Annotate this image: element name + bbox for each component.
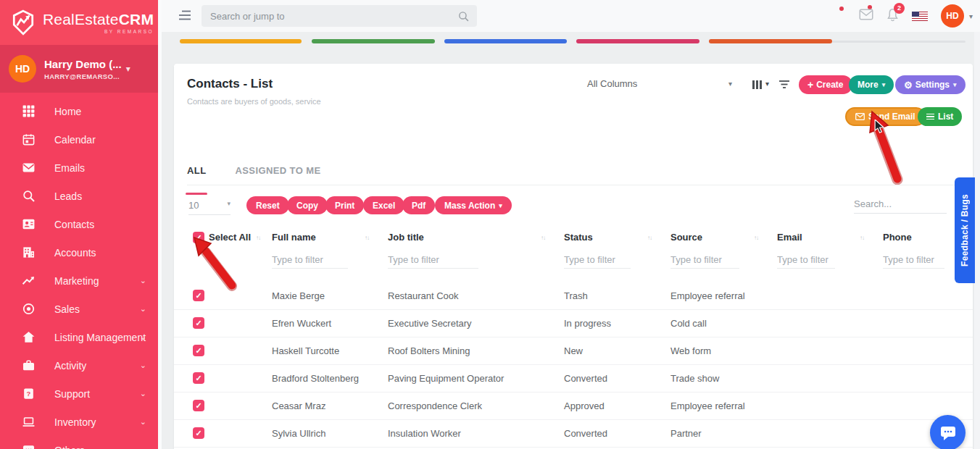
page-scrollbar[interactable] <box>974 32 980 449</box>
select-all-checkbox[interactable]: ✓ <box>193 232 204 243</box>
filter-icon[interactable] <box>778 80 790 89</box>
filter-job-title[interactable] <box>388 253 478 269</box>
tab-all[interactable]: ALL <box>187 165 206 185</box>
row-checkbox[interactable]: ✓ <box>193 290 204 301</box>
sort-icon[interactable]: ↑↓ <box>256 235 260 241</box>
settings-button[interactable]: ⚙Settings▾ <box>895 75 966 94</box>
feedback-tab-label: Feedback / Bugs <box>960 194 970 267</box>
stat-card-strip-green <box>312 39 435 43</box>
filter-phone[interactable] <box>883 253 944 269</box>
chat-icon <box>22 443 36 449</box>
chevron-down-icon[interactable]: ▾ <box>969 12 973 20</box>
global-search-input[interactable] <box>202 11 457 22</box>
sidebar-item-support[interactable]: ? Support ⌄ <box>0 379 158 408</box>
column-phone[interactable]: Phone <box>883 232 912 243</box>
row-checkbox[interactable]: ✓ <box>193 345 204 356</box>
more-button[interactable]: More▾ <box>849 75 894 94</box>
chevron-down-icon: ⌄ <box>140 445 146 449</box>
notification-dot <box>839 7 844 11</box>
table-search-input[interactable] <box>854 197 947 214</box>
search-icon <box>22 189 36 203</box>
sidebar-item-label: Calendar <box>54 134 96 146</box>
list-view-button[interactable]: List <box>918 107 962 126</box>
sidebar-item-emails[interactable]: Emails <box>0 154 158 182</box>
sidebar-item-contacts[interactable]: Contacts <box>0 210 158 238</box>
page-size-select[interactable]: 10 ▾ <box>188 200 231 215</box>
table-row[interactable]: ✓ Haskell Turcotte Roof Bolters Mining N… <box>174 337 973 365</box>
cell-job-title: Restaurant Cook <box>388 290 459 301</box>
sidebar-item-listing-management[interactable]: Listing Management ⌄ <box>0 323 158 351</box>
columns-select[interactable]: All Columns ▾ <box>587 78 732 89</box>
cell-source: Web form <box>670 345 711 356</box>
brand-shield-icon <box>10 9 36 35</box>
table-row[interactable]: ✓ Maxie Berge Restaurant Cook Trash Empl… <box>174 282 973 310</box>
feedback-bugs-tab[interactable]: Feedback / Bugs <box>955 177 975 283</box>
logo[interactable]: RealEstateCRM BY REMARSO <box>0 0 158 45</box>
column-email[interactable]: Email <box>777 232 802 243</box>
sidebar-item-others[interactable]: Others ⌄ <box>0 436 158 449</box>
house-icon <box>22 330 36 344</box>
pdf-button[interactable]: Pdf <box>402 196 435 214</box>
reset-button[interactable]: Reset <box>246 196 289 214</box>
sort-icon[interactable]: ↑↓ <box>647 235 652 241</box>
column-full-name[interactable]: Full name <box>272 232 316 243</box>
column-source[interactable]: Source <box>670 232 702 243</box>
us-flag-icon[interactable] <box>912 12 928 21</box>
table-row[interactable]: ✓ Ceasar Mraz Correspondence Clerk Appro… <box>174 393 973 420</box>
filter-email[interactable] <box>777 253 835 269</box>
sidebar-item-accounts[interactable]: Accounts <box>0 238 158 267</box>
tab-assigned-to-me[interactable]: ASSIGNED TO ME <box>235 165 320 185</box>
send-email-button[interactable]: Send Email <box>845 107 926 126</box>
columns-icon[interactable] <box>752 80 762 89</box>
stat-card-strip-blue <box>444 39 567 43</box>
mail-icon[interactable] <box>859 9 873 23</box>
profile-name: Harry Demo (... <box>44 58 122 70</box>
sidebar-item-label: Inventory <box>54 416 96 428</box>
column-status[interactable]: Status <box>564 232 593 243</box>
bell-icon[interactable]: 2 <box>886 8 899 25</box>
create-button[interactable]: +Create <box>799 75 852 94</box>
sort-icon[interactable]: ↑↓ <box>754 235 758 241</box>
filter-full-name[interactable] <box>272 253 348 269</box>
sort-icon[interactable]: ↑↓ <box>541 235 545 241</box>
table-body: ✓ Maxie Berge Restaurant Cook Trash Empl… <box>174 282 973 448</box>
chevron-down-icon[interactable]: ▾ <box>126 64 130 74</box>
sidebar-item-label: Leads <box>54 190 82 202</box>
sidebar-scrollbar[interactable] <box>158 0 162 449</box>
sidebar-item-sales[interactable]: Sales ⌄ <box>0 295 158 323</box>
menu-icon[interactable] <box>178 9 192 21</box>
sidebar-item-home[interactable]: Home <box>0 97 158 125</box>
sidebar-item-marketing[interactable]: Marketing ⌄ <box>0 267 158 295</box>
chevron-down-icon[interactable]: ▾ <box>765 80 769 88</box>
chevron-down-icon: ▾ <box>499 202 502 209</box>
column-select-all[interactable]: Select All <box>209 232 251 243</box>
sort-icon[interactable]: ↑↓ <box>365 235 369 241</box>
sidebar-item-activity[interactable]: Activity ⌄ <box>0 351 158 379</box>
copy-button[interactable]: Copy <box>287 196 328 214</box>
table-row[interactable]: ✓ Sylvia Ullrich Insulation Worker Conve… <box>174 420 973 448</box>
table-row[interactable]: ✓ Bradford Stoltenberg Paving Equipment … <box>174 365 973 393</box>
tabs: ALL ASSIGNED TO ME <box>187 165 960 185</box>
sidebar-item-inventory[interactable]: Inventory ⌄ <box>0 408 158 436</box>
filter-status[interactable] <box>564 253 631 269</box>
chevron-down-icon: ▾ <box>882 81 886 88</box>
avatar[interactable]: HD <box>941 4 964 28</box>
mass-action-button[interactable]: Mass Action▾ <box>435 196 512 214</box>
row-checkbox[interactable]: ✓ <box>193 400 204 411</box>
filter-source[interactable] <box>670 253 739 269</box>
column-job-title[interactable]: Job title <box>388 232 424 243</box>
excel-button[interactable]: Excel <box>363 196 404 214</box>
row-checkbox[interactable]: ✓ <box>193 427 204 439</box>
sidebar-item-leads[interactable]: Leads <box>0 182 158 210</box>
user-profile[interactable]: HD Harry Demo (... HARRY@REMARSO... ▾ <box>0 45 158 93</box>
sidebar-item-calendar[interactable]: Calendar <box>0 125 158 154</box>
print-button[interactable]: Print <box>325 196 364 214</box>
sort-icon[interactable]: ↑↓ <box>860 235 864 241</box>
table-row[interactable]: ✓ Efren Wuckert Executive Secretary In p… <box>174 310 973 337</box>
search-icon[interactable] <box>457 10 470 22</box>
chat-fab-button[interactable] <box>930 415 966 449</box>
sidebar-item-label: Others <box>54 445 85 449</box>
gear-icon: ⚙ <box>904 80 913 91</box>
row-checkbox[interactable]: ✓ <box>193 372 204 384</box>
row-checkbox[interactable]: ✓ <box>193 317 204 329</box>
